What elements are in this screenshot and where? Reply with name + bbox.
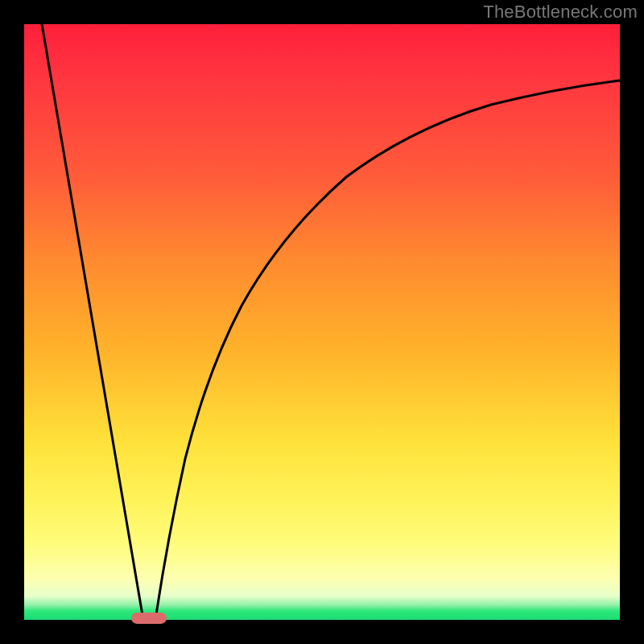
bottom-marker	[131, 613, 167, 624]
chart-frame: TheBottleneck.com	[0, 0, 644, 644]
curve-left-descent	[42, 24, 143, 620]
curve-right-ascent	[155, 80, 620, 620]
bottleneck-curve	[24, 24, 620, 620]
watermark-text: TheBottleneck.com	[483, 2, 638, 23]
plot-area	[24, 24, 620, 620]
